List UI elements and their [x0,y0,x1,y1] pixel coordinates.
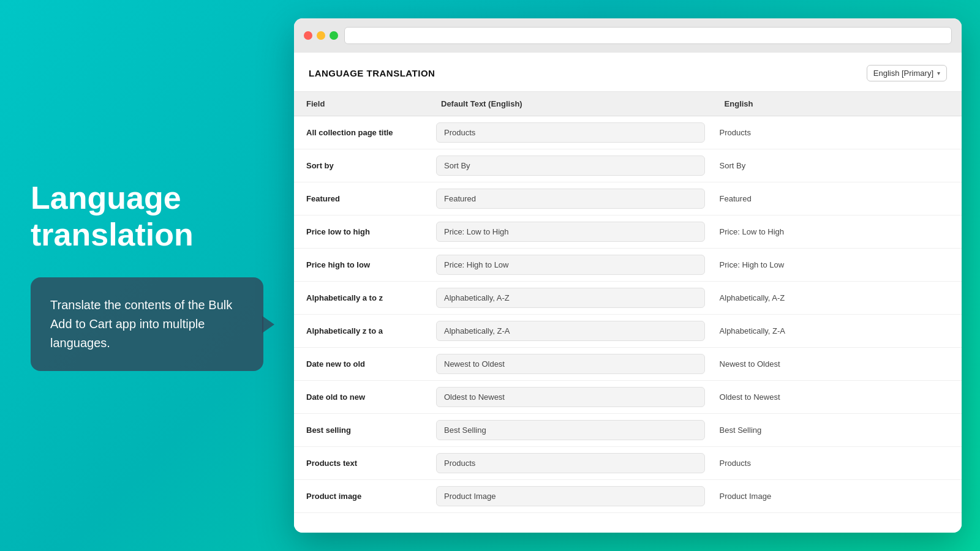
english-text-cell [712,480,962,513]
address-bar[interactable] [344,27,952,44]
english-text-cell [712,447,962,480]
col-default: Default Text (English) [429,92,712,116]
field-label: Date new to old [294,348,429,381]
english-text-input[interactable] [720,321,954,340]
default-text-input[interactable] [436,255,705,275]
field-label: Featured [294,182,429,216]
english-text-cell [712,182,962,216]
table-row: Price high to low [294,249,962,282]
field-label: Product image [294,480,429,513]
table-row: Products text [294,447,962,480]
default-text-input[interactable] [436,486,705,506]
left-panel: Language translation Translate the conte… [0,143,294,408]
field-label: Price low to high [294,216,429,249]
english-text-cell [712,249,962,282]
field-label: Date old to new [294,381,429,414]
default-text-input[interactable] [436,420,705,440]
english-text-input[interactable] [720,388,954,407]
english-text-input[interactable] [720,255,954,274]
default-text-cell [429,414,712,447]
default-text-input[interactable] [436,321,705,341]
table-row: Date new to old [294,348,962,381]
default-text-input[interactable] [436,453,705,473]
description-text: Translate the contents of the Bulk Add t… [50,298,232,350]
default-text-cell [429,348,712,381]
close-button-dot[interactable] [304,31,312,40]
table-row: Featured [294,182,962,216]
fullscreen-button-dot[interactable] [330,31,338,40]
table-row: Product image [294,480,962,513]
english-text-cell [712,116,962,149]
english-text-input[interactable] [720,421,954,440]
default-text-cell [429,282,712,315]
default-text-input[interactable] [436,288,705,308]
default-text-input[interactable] [436,156,705,176]
english-text-input[interactable] [720,288,954,307]
english-text-cell [712,216,962,249]
field-label: Sort by [294,149,429,182]
app-header: LANGUAGE TRANSLATION English [Primary] ▾ [294,53,962,92]
col-field: Field [294,92,429,116]
field-label: Products text [294,447,429,480]
default-text-input[interactable] [436,354,705,374]
default-text-cell [429,116,712,149]
english-text-cell [712,282,962,315]
description-box: Translate the contents of the Bulk Add t… [31,277,263,371]
app-content: LANGUAGE TRANSLATION English [Primary] ▾… [294,53,962,533]
default-text-cell [429,216,712,249]
english-text-input[interactable] [720,487,954,506]
english-text-cell [712,315,962,348]
table-row: Alphabetically z to a [294,315,962,348]
default-text-cell [429,447,712,480]
language-select[interactable]: English [Primary] ▾ [867,65,947,81]
translation-table: Field Default Text (English) English All… [294,92,962,513]
default-text-input[interactable] [436,222,705,242]
english-text-input[interactable] [720,454,954,473]
table-row: Sort by [294,149,962,182]
default-text-input[interactable] [436,122,705,143]
field-label: Price high to low [294,249,429,282]
col-english: English [712,92,962,116]
default-text-cell [429,315,712,348]
language-select-value: English [Primary] [873,69,933,78]
english-text-input[interactable] [720,189,954,208]
browser-window: LANGUAGE TRANSLATION English [Primary] ▾… [294,18,962,533]
table-row: All collection page title [294,116,962,149]
english-text-cell [712,348,962,381]
field-label: Best selling [294,414,429,447]
chevron-down-icon: ▾ [937,70,940,77]
app-title: LANGUAGE TRANSLATION [309,68,435,78]
minimize-button-dot[interactable] [317,31,325,40]
table-body: All collection page titleSort byFeatured… [294,116,962,513]
hero-title: Language translation [31,180,263,253]
table-header: Field Default Text (English) English [294,92,962,116]
field-label: All collection page title [294,116,429,149]
table-row: Price low to high [294,216,962,249]
default-text-input[interactable] [436,387,705,407]
table-row: Date old to new [294,381,962,414]
default-text-cell [429,182,712,216]
english-text-input[interactable] [720,123,954,142]
default-text-input[interactable] [436,189,705,209]
traffic-lights [304,31,338,40]
english-text-cell [712,381,962,414]
english-text-cell [712,149,962,182]
field-label: Alphabetically a to z [294,282,429,315]
default-text-cell [429,381,712,414]
english-text-input[interactable] [720,222,954,241]
english-text-input[interactable] [720,156,954,175]
table-row: Best selling [294,414,962,447]
english-text-cell [712,414,962,447]
default-text-cell [429,149,712,182]
default-text-cell [429,249,712,282]
field-label: Alphabetically z to a [294,315,429,348]
browser-chrome [294,18,962,53]
table-row: Alphabetically a to z [294,282,962,315]
english-text-input[interactable] [720,354,954,373]
default-text-cell [429,480,712,513]
